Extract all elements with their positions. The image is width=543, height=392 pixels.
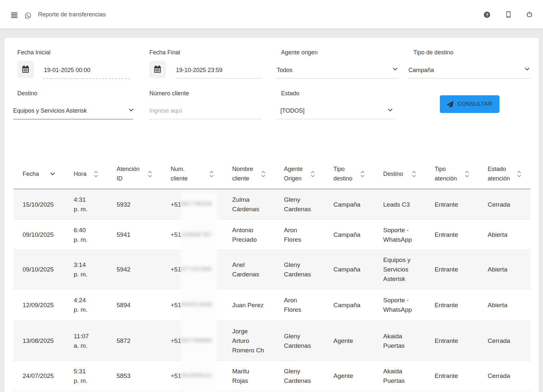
- svg-text:?: ?: [486, 12, 488, 17]
